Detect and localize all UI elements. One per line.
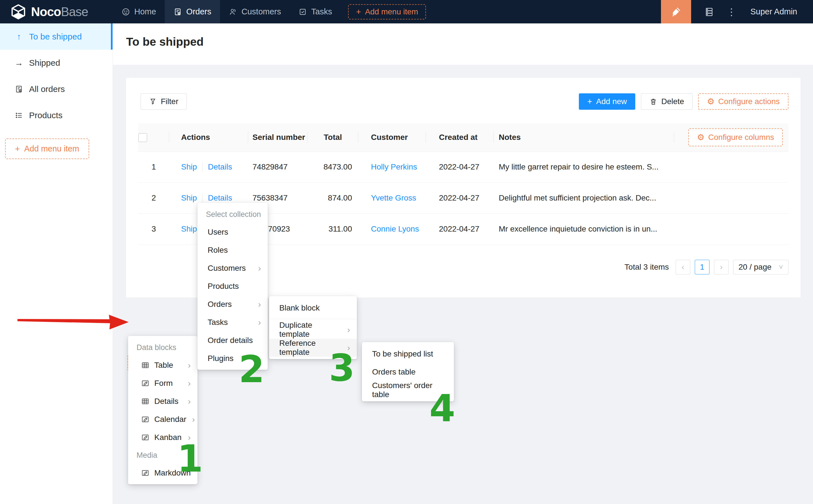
chevron-right-icon: › [258, 318, 261, 327]
gear-icon: ⚙ [707, 97, 715, 106]
sidebar: ↑ To be shipped → Shipped All orders Pro… [0, 23, 113, 504]
menu-item-orders-table[interactable]: Orders table [362, 363, 454, 381]
menu-group-label: Select collection [197, 206, 268, 223]
total-cell: 874.00 [307, 182, 358, 214]
row-index: 1 [138, 151, 169, 182]
navbar-add-menu-item-button[interactable]: + Add menu item [348, 4, 426, 19]
plus-icon: + [356, 8, 361, 16]
plugins-database-icon[interactable] [704, 7, 714, 17]
menu-item-orders[interactable]: Orders › [197, 295, 268, 313]
annotation-number-4: 4 [429, 390, 455, 427]
nav-tab-home[interactable]: Home [113, 0, 165, 23]
red-arrow-annotation [17, 310, 130, 332]
customer-link[interactable]: Yvette Gross [371, 193, 416, 202]
menu-item-duplicate-template[interactable]: Duplicate template › [269, 321, 357, 339]
table-header-row: Actions Serial number Total Customer Cre… [138, 123, 788, 151]
notes-cell: Mr excellence inquietude conviction is i… [494, 214, 674, 245]
menu-item-roles[interactable]: Roles [197, 241, 268, 259]
ui-editor-button[interactable] [661, 0, 691, 23]
customer-link[interactable]: Connie Lyons [371, 225, 419, 233]
details-action-link[interactable]: Details [208, 193, 232, 202]
pagination-next-button[interactable]: › [714, 260, 729, 274]
toolbar-actions: + Add new Delete ⚙ Configure actions [579, 93, 788, 110]
calendar-edit-icon [141, 415, 150, 424]
chevron-right-icon: › [347, 325, 350, 334]
brand-name: NocoBase [31, 5, 88, 19]
table-grid-icon [141, 361, 150, 369]
total-cell: 311.00 [307, 214, 358, 245]
sidebar-item-products[interactable]: Products [0, 102, 113, 128]
menu-item-blank-block[interactable]: Blank block [269, 299, 357, 317]
arrow-right-icon: → [15, 58, 23, 68]
annotation-number-2: 2 [239, 351, 265, 388]
pagination-page-1[interactable]: 1 [695, 260, 709, 274]
user-menu[interactable]: Super Admin [750, 7, 797, 16]
sidebar-item-all-orders[interactable]: All orders [0, 76, 113, 102]
select-all-checkbox[interactable] [138, 133, 147, 142]
chevron-right-icon: › [258, 300, 261, 309]
configure-columns-button[interactable]: ⚙ Configure columns [688, 128, 783, 146]
divider [202, 194, 203, 203]
plus-icon: + [587, 97, 592, 106]
row-index: 3 [138, 214, 169, 245]
home-smiley-icon [122, 8, 130, 16]
sidebar-item-to-be-shipped[interactable]: ↑ To be shipped [0, 23, 113, 50]
sidebar-item-shipped[interactable]: → Shipped [0, 50, 113, 76]
created-at-cell: 2022-04-27 [426, 182, 494, 214]
document-check-icon [15, 85, 23, 93]
brand[interactable]: NocoBase [0, 0, 113, 23]
details-grid-icon [141, 397, 150, 406]
menu-item-users[interactable]: Users [197, 223, 268, 241]
filter-button[interactable]: Filter [140, 93, 187, 110]
column-header-serial: Serial number [248, 123, 307, 151]
table-row: 1 ShipDetails 74829847 8473.00 Holly Per… [138, 151, 788, 182]
ship-action-link[interactable]: Ship [181, 193, 197, 202]
kebab-menu-icon[interactable]: ⋮ [727, 7, 736, 17]
caret-right-icon: › [720, 263, 722, 272]
chevron-right-icon: › [188, 397, 191, 406]
nav-tab-orders[interactable]: Orders [165, 0, 220, 23]
menu-group-label: Data blocks [128, 339, 197, 356]
chevron-right-icon: › [258, 263, 261, 273]
sidebar-add-menu-item-button[interactable]: + Add menu item [5, 138, 89, 159]
menu-item-order-details[interactable]: Order details [197, 331, 268, 349]
menu-item-calendar[interactable]: Calendar › [128, 410, 197, 428]
page-size-select[interactable]: 20 / page ˅ [733, 260, 788, 274]
ship-action-link[interactable]: Ship [181, 225, 197, 233]
menu-item-to-be-shipped-list[interactable]: To be shipped list [362, 345, 454, 363]
row-index: 2 [138, 182, 169, 214]
serial-cell: 74829847 [248, 151, 307, 182]
menu-item-table[interactable]: Table › [128, 356, 197, 374]
nocobase-logo-icon [10, 3, 27, 21]
chevron-right-icon: › [188, 378, 191, 388]
nav-tab-tasks[interactable]: Tasks [290, 0, 341, 23]
delete-button[interactable]: Delete [641, 93, 693, 110]
menu-item-tasks[interactable]: Tasks › [197, 313, 268, 331]
notes-cell: My little garret repair to desire he est… [494, 151, 674, 182]
menu-item-customers[interactable]: Customers › [197, 259, 268, 277]
nav-tab-label: Home [134, 7, 156, 16]
pagination-total: Total 3 items [625, 263, 669, 272]
created-at-cell: 2022-04-27 [426, 214, 494, 245]
menu-item-products[interactable]: Products [197, 277, 268, 295]
ship-action-link[interactable]: Ship [181, 162, 197, 171]
orders-document-icon [173, 8, 182, 16]
navbar-right: ⋮ Super Admin [661, 0, 813, 23]
filter-funnel-icon [149, 98, 157, 105]
notes-cell: Delightful met sufficient projection ask… [494, 182, 674, 214]
nav-tab-customers[interactable]: Customers [220, 0, 290, 23]
nocobase-app: NocoBase Home Orders Customers [0, 0, 813, 504]
select-collection-menu: Select collection Users Roles Customers … [197, 203, 268, 370]
add-new-button[interactable]: + Add new [579, 93, 636, 110]
gear-icon: ⚙ [697, 133, 705, 142]
divider [269, 319, 357, 319]
details-action-link[interactable]: Details [208, 162, 232, 171]
configure-actions-button[interactable]: ⚙ Configure actions [698, 93, 788, 110]
menu-item-details[interactable]: Details › [128, 392, 197, 410]
column-header-customer: Customer [358, 123, 426, 151]
annotation-number-3: 3 [329, 349, 355, 386]
chevron-right-icon: › [188, 360, 191, 370]
pagination-prev-button[interactable]: ‹ [676, 260, 690, 274]
customer-link[interactable]: Holly Perkins [371, 162, 417, 171]
menu-item-form[interactable]: Form › [128, 374, 197, 392]
